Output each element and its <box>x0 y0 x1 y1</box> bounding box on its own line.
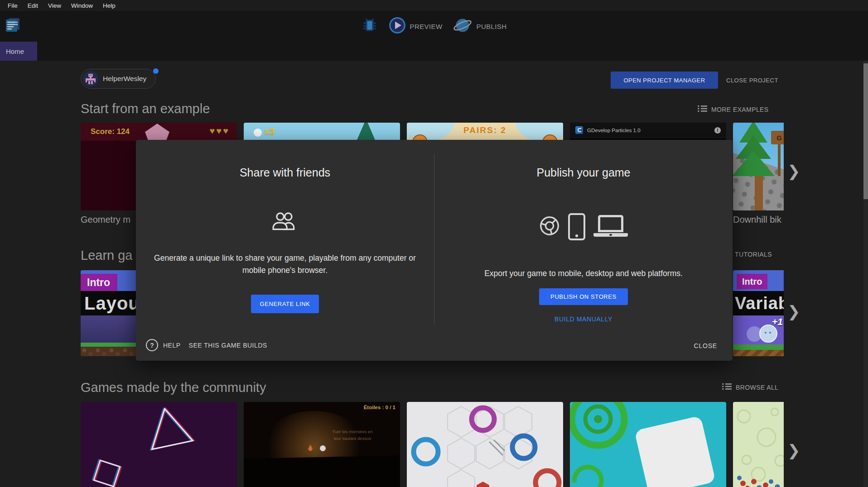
player-character <box>320 445 326 451</box>
score-text: Score: 124 <box>91 127 130 136</box>
play-circle-icon <box>389 17 406 36</box>
publish-column: Publish your game Export your game to mo… <box>434 140 733 334</box>
browse-all-label: BROWSE ALL <box>736 384 778 391</box>
notification-dot <box>153 68 159 74</box>
community-section-title: Games made by the community <box>81 380 266 395</box>
share-title: Share with friends <box>136 166 434 179</box>
community-card-bubbles[interactable] <box>733 402 784 487</box>
list-icon <box>698 105 707 114</box>
community-card-teal-rings[interactable] <box>570 402 726 487</box>
example-card-downhill-bike[interactable]: G <box>733 123 784 210</box>
community-card-campfire[interactable]: Étoiles : 0 / 1 Tuer les monstres en leu… <box>244 402 400 487</box>
share-publish-dialog: Share with friends Generate a unique lin… <box>136 140 733 361</box>
people-icon <box>136 211 434 231</box>
zigzag-dirt <box>733 350 784 356</box>
window-title: GDevelop Particles 1.0 <box>587 128 641 133</box>
username: HelperWesley <box>103 75 146 83</box>
hint-line: Tuer les monstres en <box>333 429 373 434</box>
debug-icon[interactable] <box>362 17 378 35</box>
menu-view[interactable]: View <box>43 2 66 9</box>
plus-one-text: +1 <box>772 316 783 327</box>
stars-counter: Étoiles : 0 / 1 <box>364 405 395 410</box>
multiplier-badge: x3 <box>265 126 275 137</box>
community-card-neon-shapes[interactable] <box>81 402 237 487</box>
chevron-right-icon[interactable] <box>787 302 801 320</box>
coin-icon <box>254 129 262 137</box>
hint-text: Tuer les monstres en leur sautant dessus <box>323 428 382 442</box>
dialog-footer-left: ? HELP SEE THIS GAME BUILDS <box>146 339 267 351</box>
see-builds-button[interactable]: SEE THIS GAME BUILDS <box>189 342 267 349</box>
menu-file[interactable]: File <box>3 2 23 9</box>
neon-shapes-art <box>81 402 237 487</box>
menu-edit[interactable]: Edit <box>23 2 43 9</box>
sign-board: G <box>771 131 784 144</box>
publish-label: PUBLISH <box>476 23 506 30</box>
share-description: Generate a unique link to share your gam… <box>145 252 425 277</box>
sign-post-shape <box>778 144 781 176</box>
platform-icons <box>434 213 733 240</box>
menu-window[interactable]: Window <box>66 2 98 9</box>
publish-description: Export your game to mobile, desktop and … <box>443 267 724 280</box>
tutorials-label: TUTORIALS <box>735 251 772 258</box>
chevron-right-icon[interactable] <box>787 441 801 459</box>
preview-label: PREVIEW <box>410 23 443 30</box>
example-card-label: Downhill bik <box>733 215 781 225</box>
browse-all-link[interactable]: BROWSE ALL <box>722 383 778 392</box>
publish-on-stores-button[interactable]: PUBLISH ON STORES <box>539 288 628 305</box>
help-button[interactable]: HELP <box>163 342 181 349</box>
generate-link-button[interactable]: GENERATE LINK <box>251 295 319 313</box>
hearts-icons: ♥♥♥ <box>209 126 230 136</box>
tutorials-link[interactable]: TUTORIALS <box>735 251 772 258</box>
publish-button[interactable]: PUBLISH <box>453 16 506 37</box>
chrome-icon <box>539 215 560 238</box>
share-column: Share with friends Generate a unique lin… <box>136 140 434 334</box>
build-manually-link[interactable]: BUILD MANUALLY <box>434 315 733 323</box>
pairs-header-text: PAIRS: 2 <box>407 125 563 135</box>
window-titlebar: GDevelop Particles 1.0 i <box>570 123 726 138</box>
smartphone-icon <box>568 213 585 240</box>
intro-tag: Intro <box>81 274 117 291</box>
sign-letter: G <box>776 134 782 142</box>
tab-bar: Home <box>0 42 868 61</box>
learn-section-title: Learn ga <box>81 248 133 263</box>
community-card-hexagons[interactable] <box>407 402 563 487</box>
tutorial-card-variables[interactable]: Intro Variab +1 <box>733 270 784 356</box>
tab-home[interactable]: Home <box>0 42 37 61</box>
preview-button[interactable]: PREVIEW <box>389 17 443 36</box>
globe-icon <box>453 16 472 37</box>
toolbar-center: PREVIEW PUBLISH <box>0 11 868 42</box>
hint-line: leur sautant dessus <box>334 436 371 441</box>
open-project-manager-button[interactable]: OPEN PROJECT MANAGER <box>611 72 718 89</box>
more-examples-label: MORE EXAMPLES <box>711 106 769 113</box>
list-icon <box>722 383 732 392</box>
gdevelop-logo-icon <box>575 126 583 134</box>
close-project-button[interactable]: CLOSE PROJECT <box>723 72 781 89</box>
teal-rings-art <box>570 402 726 487</box>
scene-art: +1 <box>733 315 784 344</box>
menu-help[interactable]: Help <box>98 2 121 9</box>
ghost-character <box>759 325 777 343</box>
avatar <box>83 71 98 86</box>
scrollbar-thumb[interactable] <box>863 63 868 199</box>
more-examples-link[interactable]: MORE EXAMPLES <box>698 105 769 114</box>
info-icon: i <box>714 127 721 134</box>
close-dialog-button[interactable]: CLOSE <box>691 342 720 350</box>
ground-silhouette <box>244 455 400 487</box>
examples-section-title: Start from an example <box>81 101 210 116</box>
bubbles-art <box>733 402 784 487</box>
publish-title: Publish your game <box>434 166 733 179</box>
hexagon-rings-art <box>407 402 563 487</box>
tutorial-title-band: Variab <box>733 291 784 315</box>
tab-home-label: Home <box>6 48 24 55</box>
help-icon[interactable]: ? <box>146 339 158 351</box>
example-card-label: Geometry m <box>81 215 130 225</box>
intro-tag: Intro <box>737 274 767 289</box>
menu-bar: File Edit View Window Help <box>0 0 868 11</box>
toolbar: PREVIEW PUBLISH <box>0 11 868 42</box>
chevron-right-icon[interactable] <box>787 162 801 180</box>
user-profile-chip[interactable]: HelperWesley <box>81 69 156 89</box>
community-carousel: Étoiles : 0 / 1 Tuer les monstres en leu… <box>81 402 784 487</box>
laptop-icon <box>593 215 628 239</box>
